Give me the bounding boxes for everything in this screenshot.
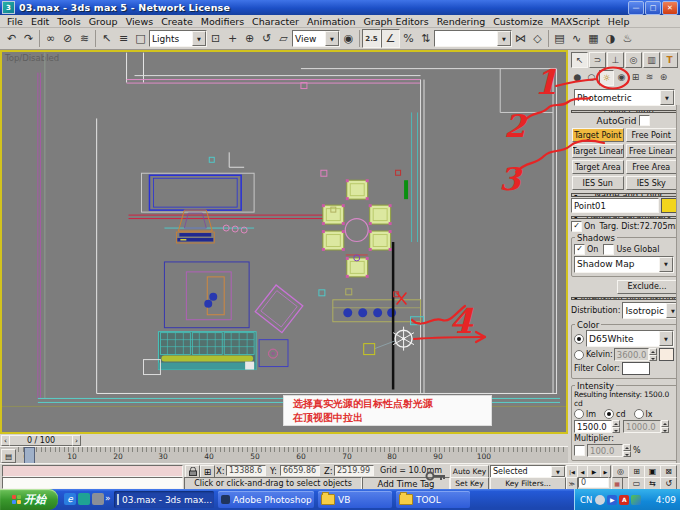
- exclude-button[interactable]: Exclude...: [617, 280, 677, 294]
- rollout-intensity-color-distribution[interactable]: - Intensity/Color/Distribution: [571, 297, 678, 300]
- menu-item-animation[interactable]: Animation: [303, 16, 359, 27]
- lux-distance-field[interactable]: 1000.0: [623, 420, 661, 433]
- kelvin-radio[interactable]: [574, 350, 584, 360]
- subtab-geometry-icon[interactable]: ●: [571, 70, 584, 84]
- taskbar-task-tool[interactable]: TOOL: [396, 491, 470, 508]
- light-on-checkbox[interactable]: [571, 221, 582, 232]
- filter-color-swatch[interactable]: [622, 362, 650, 375]
- free-area-button[interactable]: Free Area: [626, 160, 678, 174]
- render-scene-icon[interactable]: ♨: [619, 30, 636, 47]
- quicklaunch-media-icon[interactable]: [92, 493, 104, 505]
- mirror-icon[interactable]: ⋈: [512, 30, 529, 47]
- menu-item-modifiers[interactable]: Modifiers: [197, 16, 248, 27]
- selection-filter-dropdown[interactable]: Lights ▼: [149, 30, 207, 47]
- multiplier-spinner[interactable]: [623, 444, 631, 457]
- ies-sky-button[interactable]: IES Sky: [626, 176, 678, 190]
- kelvin-spinner[interactable]: [649, 348, 657, 361]
- target-linear-button[interactable]: Target Linear: [572, 144, 624, 158]
- white-color-radio[interactable]: [574, 334, 584, 344]
- chevron-down-icon[interactable]: ▼: [325, 31, 339, 46]
- select-and-move-icon[interactable]: ⊕: [241, 30, 258, 47]
- multiplier-checkbox[interactable]: [574, 445, 585, 456]
- taskbar-task-vb[interactable]: VB: [318, 491, 392, 508]
- kelvin-field[interactable]: 3600.0: [614, 348, 649, 361]
- clock[interactable]: 4:09: [656, 495, 676, 505]
- menu-item-tools[interactable]: Tools: [53, 16, 84, 27]
- chevron-down-icon[interactable]: ▼: [660, 90, 674, 105]
- subtab-spacewarps-icon[interactable]: ≋: [643, 70, 656, 84]
- chevron-down-icon[interactable]: ▼: [192, 31, 206, 46]
- align-icon[interactable]: ◇: [529, 30, 546, 47]
- lm-radio[interactable]: [574, 409, 584, 419]
- slider-right-arrow[interactable]: ›: [72, 435, 81, 446]
- sofa-object[interactable]: [158, 332, 256, 370]
- menu-item-group[interactable]: Group: [85, 16, 122, 27]
- coffee-table-object[interactable]: [164, 262, 249, 328]
- menu-item-rendering[interactable]: Rendering: [433, 16, 490, 27]
- tab-hierarchy[interactable]: ⊥: [607, 52, 624, 68]
- y-coordinate-field[interactable]: 6659.86: [280, 465, 320, 476]
- viewport-top[interactable]: Top/Disabled: [0, 50, 568, 434]
- light-category-dropdown[interactable]: Photometric ▼: [574, 89, 675, 106]
- rollout-name-and-color[interactable]: - Name and Color: [571, 193, 678, 196]
- subtab-cameras-icon[interactable]: ◉: [615, 70, 628, 84]
- curve-editor-icon[interactable]: ∿: [568, 30, 585, 47]
- autogrid-checkbox[interactable]: [639, 115, 650, 126]
- taskbar-task-3dsmax[interactable]: 03.max - 3ds max...: [114, 491, 214, 508]
- cabinet-object[interactable]: [333, 300, 424, 325]
- z-coordinate-field[interactable]: 2519.99: [334, 465, 374, 476]
- cd-radio[interactable]: [604, 409, 614, 419]
- tab-modify[interactable]: ⊃: [589, 52, 606, 68]
- menu-item-edit[interactable]: Edit: [27, 16, 53, 27]
- angle-snap-icon[interactable]: ∠: [381, 29, 400, 48]
- subtab-shapes-icon[interactable]: ○: [585, 70, 598, 84]
- named-selection-sets-dropdown[interactable]: ▼: [434, 30, 512, 47]
- select-by-name-icon[interactable]: ≡: [115, 30, 132, 47]
- dining-table-object[interactable]: [322, 179, 392, 278]
- intensity-spinner[interactable]: [612, 420, 620, 433]
- taskbar-task-photoshop[interactable]: Adobe Photoshop: [218, 491, 314, 508]
- target-point-button[interactable]: Target Point: [572, 128, 624, 142]
- intensity-value-field[interactable]: 1500.0: [574, 420, 612, 433]
- chevron-down-icon[interactable]: ▼: [659, 331, 673, 346]
- select-and-link-icon[interactable]: ∞: [42, 30, 59, 47]
- white-color-dropdown[interactable]: D65White ▼: [586, 330, 674, 347]
- close-button[interactable]: ✕: [662, 1, 678, 15]
- rug-object[interactable]: [255, 285, 303, 333]
- menu-item-character[interactable]: Character: [248, 16, 303, 27]
- chevron-down-icon[interactable]: ▼: [659, 257, 673, 272]
- time-slider-button[interactable]: 0 / 100: [9, 435, 73, 446]
- track-bar[interactable]: ▤ 0 10 20 30 40 50 60 70 80 90 100: [0, 446, 568, 464]
- start-button[interactable]: 开始: [0, 489, 58, 510]
- subtab-helpers-icon[interactable]: ⊞: [629, 70, 642, 84]
- multiplier-field[interactable]: 100.0: [587, 444, 623, 457]
- zoom-icon[interactable]: ◎: [612, 465, 629, 478]
- free-point-button[interactable]: Free Point: [626, 128, 678, 142]
- menu-item-views[interactable]: Views: [122, 16, 158, 27]
- tray-network-icon[interactable]: [631, 495, 641, 505]
- spinner-snap-icon[interactable]: ⇅: [417, 30, 434, 47]
- percent-snap-icon[interactable]: %: [400, 30, 417, 47]
- x-coordinate-field[interactable]: 13388.6: [226, 465, 266, 476]
- current-frame-field[interactable]: 0: [578, 477, 609, 488]
- side-table-object[interactable]: [259, 340, 288, 367]
- menu-item-maxscript[interactable]: MAXScript: [547, 16, 604, 27]
- menu-item-file[interactable]: File: [3, 16, 27, 27]
- minimize-button[interactable]: —: [628, 1, 644, 15]
- subtab-systems-icon[interactable]: ⊛: [657, 70, 670, 84]
- tray-volume-icon[interactable]: [595, 495, 605, 505]
- select-and-rotate-icon[interactable]: ↺: [258, 30, 275, 47]
- use-pivot-center-icon[interactable]: ◉: [340, 30, 357, 47]
- maximize-button[interactable]: □: [645, 1, 661, 15]
- input-language-indicator[interactable]: CN: [580, 495, 592, 505]
- maxscript-listener-white[interactable]: [2, 477, 183, 489]
- free-linear-button[interactable]: Free Linear: [626, 144, 678, 158]
- target-area-button[interactable]: Target Area: [572, 160, 624, 174]
- menu-item-graph-editors[interactable]: Graph Editors: [359, 16, 432, 27]
- quicklaunch-desktop-icon[interactable]: [78, 493, 90, 505]
- tray-ati-icon[interactable]: A: [619, 495, 629, 505]
- select-object-icon[interactable]: ↖: [98, 30, 115, 47]
- lux-spinner[interactable]: [661, 420, 669, 433]
- panel-scrollbar[interactable]: [676, 105, 680, 463]
- bind-to-spacewarp-icon[interactable]: ≋: [76, 30, 93, 47]
